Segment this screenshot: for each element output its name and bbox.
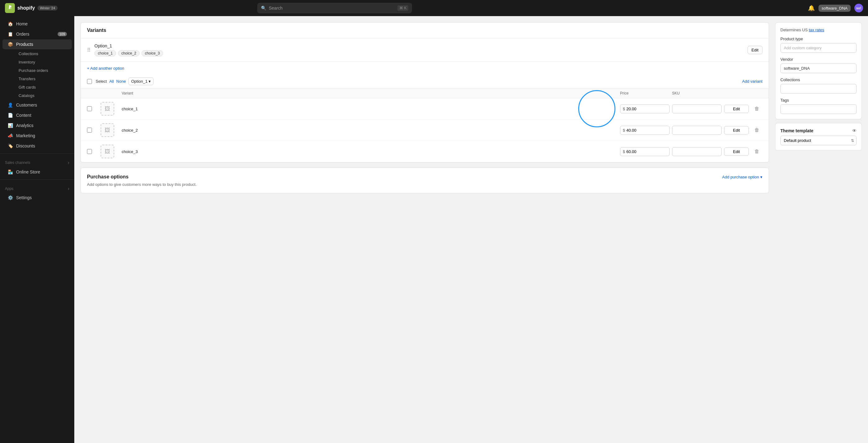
sidebar-item-analytics[interactable]: 📊 Analytics <box>2 120 72 130</box>
sidebar-item-transfers[interactable]: Transfers <box>15 75 73 83</box>
sidebar-divider <box>0 153 74 154</box>
image-placeholder-icon: 🖼 <box>105 106 110 112</box>
option-edit-button[interactable]: Edit <box>748 46 763 54</box>
product-organization-card: Determines US tax rates Product type Ven… <box>775 22 862 119</box>
variant-row: 🖼 choice_2 $ Edit 🗑 <box>81 120 769 141</box>
variant-edit-button-1[interactable]: Edit <box>724 105 749 113</box>
drag-handle-icon[interactable]: ⠿ <box>87 47 91 53</box>
add-option-section: + Add another option <box>81 62 769 75</box>
variant-edit-button-2[interactable]: Edit <box>724 126 749 135</box>
variants-card: Variants ⠿ Option_1 choice_1 choice_2 ch… <box>81 22 769 163</box>
theme-template-select[interactable]: Default product <box>780 136 857 145</box>
center-column: Variants ⠿ Option_1 choice_1 choice_2 ch… <box>81 22 769 437</box>
sidebar-item-label: Catalogs <box>19 93 34 98</box>
store-icon: 🏪 <box>7 170 13 174</box>
price-input-2[interactable] <box>626 128 651 132</box>
price-dollar-3: $ <box>623 149 625 154</box>
sidebar-item-marketing[interactable]: 📣 Marketing <box>2 131 72 141</box>
sidebar-item-label: Collections <box>19 52 38 56</box>
option-info: Option_1 choice_1 choice_2 choice_3 <box>94 43 744 56</box>
products-icon: 📦 <box>7 42 13 47</box>
variant-checkbox-1[interactable] <box>87 106 92 111</box>
search-bar[interactable]: 🔍 ⌘ K <box>257 3 412 13</box>
sidebar-item-online-store[interactable]: 🏪 Online Store <box>2 167 72 177</box>
sidebar-item-discounts[interactable]: 🏷️ Discounts <box>2 141 72 151</box>
variant-name-1: choice_1 <box>122 107 618 111</box>
price-input-1[interactable] <box>626 107 651 111</box>
variant-row: 🖼 choice_3 $ Edit 🗑 <box>81 141 769 162</box>
expand-icon[interactable]: › <box>68 160 69 166</box>
tax-rates-link[interactable]: tax rates <box>809 28 824 32</box>
sidebar-item-products[interactable]: 📦 Products <box>2 39 72 49</box>
variant-image-3[interactable]: 🖼 <box>101 145 114 158</box>
sidebar-item-home[interactable]: 🏠 Home <box>2 19 72 29</box>
price-input-3[interactable] <box>626 149 651 154</box>
sidebar-item-settings[interactable]: ⚙️ Settings <box>2 193 72 203</box>
sidebar-item-purchase-orders[interactable]: Purchase orders <box>15 66 73 75</box>
tags-label: Tags <box>780 98 857 102</box>
add-option-link[interactable]: + Add another option <box>87 66 124 71</box>
sidebar-item-customers[interactable]: 👤 Customers <box>2 100 72 110</box>
search-input[interactable] <box>269 6 395 10</box>
top-navigation: shopify Winter '24 🔍 ⌘ K 🔔 software_DNA … <box>0 0 868 16</box>
search-shortcut: ⌘ K <box>398 5 408 11</box>
sku-input-3[interactable] <box>672 147 721 156</box>
sidebar-divider-2 <box>0 179 74 180</box>
option-tags: choice_1 choice_2 choice_3 <box>94 50 744 56</box>
apps-expand-icon[interactable]: › <box>68 186 69 191</box>
add-variant-button[interactable]: Add variant <box>742 79 763 84</box>
variant-edit-button-3[interactable]: Edit <box>724 147 749 156</box>
variants-title: Variants <box>87 28 106 33</box>
collections-input[interactable] <box>780 84 857 94</box>
product-type-input[interactable] <box>780 43 857 53</box>
main-layout: Variants ⠿ Option_1 choice_1 choice_2 ch… <box>0 0 868 443</box>
chevron-down-icon-po: ▾ <box>760 175 763 179</box>
add-purchase-option-link[interactable]: Add purchase option ▾ <box>722 175 763 179</box>
sidebar-item-inventory[interactable]: Inventory <box>15 58 73 66</box>
variant-checkbox-3[interactable] <box>87 149 92 154</box>
logo: shopify Winter '24 <box>5 3 58 13</box>
select-none-tab[interactable]: None <box>116 79 126 84</box>
sku-input-2[interactable] <box>672 126 721 135</box>
variant-checkbox-2[interactable] <box>87 128 92 132</box>
sidebar-item-catalogs[interactable]: Catalogs <box>15 91 73 100</box>
sidebar-item-content[interactable]: 📄 Content <box>2 110 72 120</box>
vendor-input[interactable] <box>780 63 857 73</box>
tags-section: Tags <box>780 98 857 114</box>
variant-delete-button-1[interactable]: 🗑 <box>751 106 763 112</box>
sidebar-item-label: Online Store <box>16 170 40 174</box>
option-filter[interactable]: Option_1 ▾ <box>128 78 154 85</box>
variant-image-2[interactable]: 🖼 <box>101 123 114 137</box>
content-icon: 📄 <box>7 113 13 118</box>
settings-icon: ⚙️ <box>7 195 13 200</box>
sku-input-1[interactable] <box>672 105 721 113</box>
tags-input[interactable] <box>780 105 857 114</box>
avatar[interactable]: so! <box>855 4 863 12</box>
eye-icon[interactable]: 👁 <box>852 128 857 133</box>
sidebar-item-orders[interactable]: 📋 Orders 109 <box>2 29 72 39</box>
topnav-right: 🔔 software_DNA so! <box>808 4 863 12</box>
variant-delete-button-3[interactable]: 🗑 <box>751 149 763 154</box>
theme-template-title: Theme template <box>780 128 813 133</box>
purchase-options-title: Purchase options <box>87 174 128 180</box>
col-price-header: Price <box>620 91 670 95</box>
sidebar-item-collections[interactable]: Collections <box>15 50 73 58</box>
select-all-checkbox[interactable] <box>87 79 92 84</box>
sidebar-item-gift-cards[interactable]: Gift cards <box>15 83 73 91</box>
apps-section: Apps › <box>0 182 74 193</box>
image-placeholder-icon-3: 🖼 <box>105 148 110 155</box>
notifications-button[interactable]: 🔔 <box>808 5 815 11</box>
tax-rates-text: Determines US tax rates <box>780 28 857 32</box>
product-type-section: Product type <box>780 36 857 53</box>
sidebar-item-label: Home <box>16 21 28 26</box>
logo-text: shopify <box>17 5 35 11</box>
select-tabs: Select All None Option_1 ▾ <box>96 78 738 85</box>
store-button[interactable]: software_DNA <box>818 5 851 12</box>
select-all-tab[interactable]: All <box>109 79 114 84</box>
variant-image-1[interactable]: 🖼 <box>101 102 114 116</box>
sidebar: 🏠 Home 📋 Orders 109 📦 Products Collectio… <box>0 16 74 443</box>
tag-choice2: choice_2 <box>118 50 140 56</box>
sidebar-item-label: Orders <box>16 32 29 36</box>
variant-delete-button-2[interactable]: 🗑 <box>751 127 763 133</box>
collections-label: Collections <box>780 78 857 82</box>
